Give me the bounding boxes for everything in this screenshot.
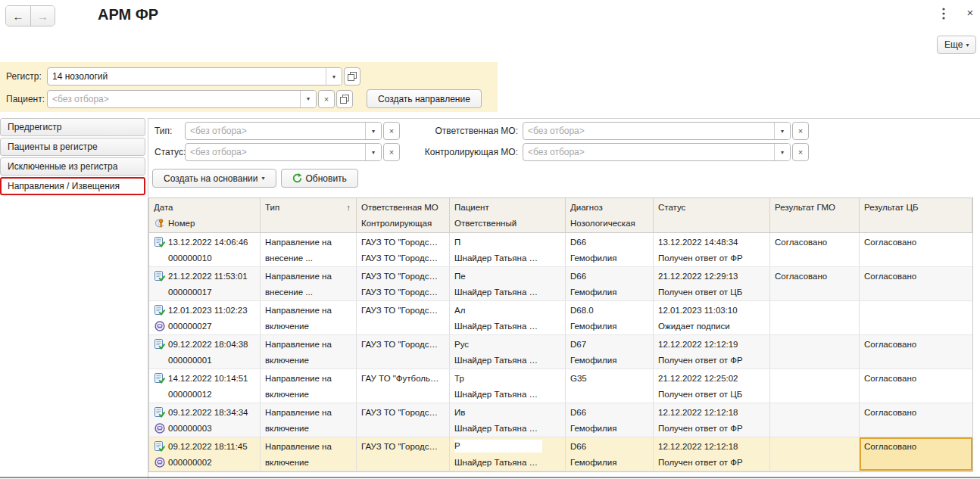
cell-status[interactable]: 13.12.2022 14:48:34 Получен ответ от ФР bbox=[654, 233, 770, 266]
window-menu-button[interactable] bbox=[937, 6, 950, 21]
cell-date-number[interactable]: 09.12.2022 18:34:34 000000003 bbox=[149, 403, 261, 437]
register-open-button[interactable] bbox=[344, 67, 360, 86]
cell-type[interactable]: Направление на включение bbox=[261, 301, 357, 334]
cell-result-gmo[interactable] bbox=[770, 403, 860, 437]
cell-type[interactable]: Направление на включение bbox=[261, 403, 357, 437]
cell-result-cb[interactable] bbox=[860, 301, 972, 334]
patient-input[interactable] bbox=[48, 91, 300, 107]
cell-type[interactable]: Направление на внесение ... bbox=[261, 267, 357, 300]
cell-status[interactable]: 12.01.2023 11:03:10 Ожидает подписи bbox=[654, 301, 770, 334]
back-button[interactable]: ← bbox=[6, 6, 30, 26]
header-date-number[interactable]: Дата Номер bbox=[149, 198, 261, 233]
cell-date-number[interactable]: 09.12.2022 18:11:45 000000002 bbox=[149, 437, 261, 471]
table-row[interactable]: 12.01.2023 11:02:23 000000027 Направлени… bbox=[149, 301, 972, 335]
cell-status[interactable]: 21.12.2022 12:25:02 Получен ответ от ЦБ bbox=[654, 369, 770, 403]
cell-result-cb[interactable]: Согласовано bbox=[860, 267, 972, 300]
patient-clear-button[interactable]: × bbox=[318, 90, 335, 108]
header-patient[interactable]: Пациент Ответственный bbox=[450, 198, 566, 233]
cell-diagnosis[interactable]: D66 Гемофилия bbox=[566, 267, 654, 300]
controlling-mo-filter-clear-button[interactable]: × bbox=[792, 143, 809, 161]
create-referral-button[interactable]: Создать направление bbox=[367, 89, 482, 108]
cell-result-gmo[interactable] bbox=[770, 301, 860, 334]
cell-type[interactable]: Направление на включение bbox=[261, 369, 357, 403]
cell-patient[interactable]: Р Шнайдер Татьяна … bbox=[450, 437, 566, 471]
cell-mo[interactable]: ГАУ ТО "Футболь… bbox=[357, 369, 450, 403]
table-row[interactable]: 09.12.2022 18:04:38 000000001 Направлени… bbox=[149, 335, 972, 369]
cell-type[interactable]: Направление на включение bbox=[261, 437, 357, 471]
cell-date-number[interactable]: 09.12.2022 18:04:38 000000001 bbox=[149, 335, 261, 369]
cell-diagnosis[interactable]: D67 Гемофилия bbox=[566, 335, 654, 369]
cell-patient[interactable]: Тр Шнайдер Татьяна … bbox=[450, 369, 566, 403]
cell-status[interactable]: 21.12.2022 12:29:13 Получен ответ от ЦБ bbox=[654, 267, 770, 300]
type-filter-clear-button[interactable]: × bbox=[383, 122, 400, 140]
cell-patient[interactable]: Ал Шнайдер Татьяна … bbox=[450, 301, 566, 334]
cell-status[interactable]: 12.12.2022 12:12:18 Получен ответ от ФР bbox=[654, 437, 770, 471]
cell-result-gmo[interactable]: Согласовано bbox=[770, 267, 860, 300]
table-row[interactable]: 13.12.2022 14:06:46 000000010 Направлени… bbox=[149, 233, 972, 267]
cell-result-gmo[interactable]: Согласовано bbox=[770, 233, 860, 266]
sidebar-tab[interactable]: Направления / Извещения bbox=[0, 177, 145, 195]
cell-type[interactable]: Направление на включение bbox=[261, 335, 357, 369]
cell-diagnosis[interactable]: D68.0 Гемофилия bbox=[566, 301, 654, 334]
cell-result-cb[interactable]: Согласовано bbox=[860, 403, 972, 437]
header-type[interactable]: Тип↑ bbox=[261, 198, 357, 233]
controlling-mo-filter-input[interactable] bbox=[523, 144, 774, 160]
header-mo[interactable]: Ответственная МО Контролирующая bbox=[357, 198, 450, 233]
table-row[interactable]: 14.12.2022 10:14:51 000000012 Направлени… bbox=[149, 369, 972, 403]
header-status[interactable]: Статус bbox=[654, 198, 770, 233]
table-row[interactable]: 09.12.2022 18:11:45 000000002 Направлени… bbox=[149, 437, 972, 471]
cell-result-cb[interactable]: Согласовано bbox=[860, 233, 972, 266]
cell-result-gmo[interactable] bbox=[770, 369, 860, 403]
responsible-mo-filter-input[interactable] bbox=[523, 123, 774, 139]
header-diagnosis[interactable]: Диагноз Нозологическая bbox=[566, 198, 654, 233]
responsible-mo-filter-dropdown-button[interactable]: ▾ bbox=[774, 123, 790, 139]
cell-date-number[interactable]: 12.01.2023 11:02:23 000000027 bbox=[149, 301, 261, 334]
cell-date-number[interactable]: 21.12.2022 11:53:01 000000017 bbox=[149, 267, 261, 300]
forward-button[interactable]: → bbox=[30, 6, 55, 26]
refresh-button[interactable]: Обновить bbox=[281, 169, 358, 188]
cell-result-cb[interactable]: Согласовано bbox=[860, 335, 972, 369]
register-input[interactable] bbox=[48, 68, 326, 85]
status-filter-input[interactable] bbox=[186, 144, 365, 160]
cell-mo[interactable]: ГАУЗ ТО "Городс… bbox=[357, 335, 450, 369]
cell-patient[interactable]: П Шнайдер Татьяна … bbox=[450, 233, 566, 266]
patient-open-button[interactable] bbox=[336, 90, 353, 108]
cell-diagnosis[interactable]: D66 Гемофилия bbox=[566, 233, 654, 266]
type-filter-input[interactable] bbox=[186, 123, 365, 139]
create-based-on-button[interactable]: Создать на основании ▾ bbox=[152, 169, 276, 188]
cell-status[interactable]: 12.12.2022 12:12:18 Получен ответ от ФР bbox=[654, 403, 770, 437]
cell-result-cb[interactable]: Согласовано bbox=[860, 437, 972, 471]
close-button[interactable]: × bbox=[962, 4, 978, 20]
cell-mo[interactable]: ГАУЗ ТО "Городс… ГАУЗ ТО "Городс… bbox=[357, 233, 450, 266]
status-filter-clear-button[interactable]: × bbox=[383, 143, 400, 161]
header-result-cb[interactable]: Результат ЦБ bbox=[860, 198, 972, 233]
table-row[interactable]: 21.12.2022 11:53:01 000000017 Направлени… bbox=[149, 267, 972, 301]
more-button[interactable]: Еще ▾ bbox=[937, 36, 976, 54]
status-filter-dropdown-button[interactable]: ▾ bbox=[365, 144, 381, 160]
cell-type[interactable]: Направление на внесение ... bbox=[261, 233, 357, 266]
cell-mo[interactable]: ГАУЗ ТО "Городс… bbox=[357, 301, 450, 334]
cell-patient[interactable]: Рус Шнайдер Татьяна … bbox=[450, 335, 566, 369]
cell-status[interactable]: 12.12.2022 12:12:19 Получен ответ от ФР bbox=[654, 335, 770, 369]
sidebar-tab[interactable]: Исключенные из регистра bbox=[0, 157, 145, 176]
register-dropdown-button[interactable]: ▾ bbox=[326, 68, 342, 85]
cell-date-number[interactable]: 13.12.2022 14:06:46 000000010 bbox=[149, 233, 261, 266]
cell-patient[interactable]: Ив Шнайдер Татьяна … bbox=[450, 403, 566, 437]
cell-diagnosis[interactable]: D66 Гемофилия bbox=[566, 437, 654, 471]
sidebar-tab[interactable]: Пациенты в регистре bbox=[0, 138, 145, 156]
cell-mo[interactable]: ГАУЗ ТО "Городс… bbox=[357, 437, 450, 471]
sidebar-tab[interactable]: Предрегистр bbox=[0, 118, 145, 136]
responsible-mo-filter-clear-button[interactable]: × bbox=[792, 122, 809, 140]
cell-mo[interactable]: ГАУЗ ТО "Городс… ГАУЗ ТО "Городс… bbox=[357, 267, 450, 300]
cell-date-number[interactable]: 14.12.2022 10:14:51 000000012 bbox=[149, 369, 261, 403]
cell-diagnosis[interactable]: D66 Гемофилия bbox=[566, 403, 654, 437]
cell-result-gmo[interactable] bbox=[770, 335, 860, 369]
table-row[interactable]: 09.12.2022 18:34:34 000000003 Направлени… bbox=[149, 403, 972, 437]
cell-patient[interactable]: Пе Шнайдер Татьяна … bbox=[450, 267, 566, 300]
type-filter-dropdown-button[interactable]: ▾ bbox=[365, 123, 381, 139]
cell-result-gmo[interactable] bbox=[770, 437, 860, 471]
patient-dropdown-button[interactable]: ▾ bbox=[300, 91, 316, 107]
cell-diagnosis[interactable]: G35 bbox=[566, 369, 654, 403]
cell-result-cb[interactable]: Согласовано bbox=[860, 369, 972, 403]
header-result-gmo[interactable]: Результат ГМО bbox=[770, 198, 860, 233]
